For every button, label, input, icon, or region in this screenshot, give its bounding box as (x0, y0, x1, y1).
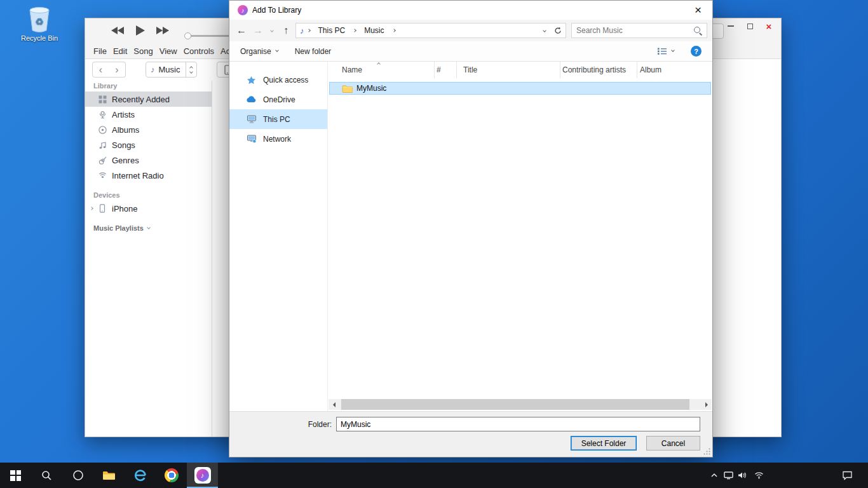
monitor-icon (724, 471, 733, 480)
tray-volume-icon[interactable] (738, 471, 747, 479)
select-folder-button[interactable]: Select Folder (571, 436, 637, 451)
breadcrumb-this-pc[interactable]: This PC (313, 24, 351, 37)
column-header-title[interactable]: Title (457, 62, 560, 78)
sidebar-item-artists[interactable]: Artists (85, 107, 212, 122)
maximize-button[interactable] (740, 20, 759, 32)
dialog-sidebar: Quick access OneDrive This PC (229, 62, 328, 411)
scroll-right-button[interactable] (701, 399, 712, 410)
column-header-album[interactable]: Album (637, 62, 712, 78)
cortana-button[interactable] (62, 463, 93, 488)
sidebar-item-label: This PC (263, 115, 290, 124)
taskbar-search-button[interactable] (31, 463, 62, 488)
search-box[interactable] (571, 23, 707, 38)
back-button[interactable]: ← (234, 23, 248, 38)
tray-display-icon[interactable] (724, 471, 733, 480)
address-dropdown-icon[interactable] (539, 29, 550, 32)
wifi-icon (754, 471, 764, 479)
start-button[interactable] (0, 463, 31, 488)
menu-controls[interactable]: Controls (184, 46, 214, 56)
iphone-icon (98, 204, 107, 213)
dialog-titlebar: ♪ Add To Library × (229, 1, 712, 20)
collapse-chevron-icon[interactable] (147, 226, 151, 229)
volume-knob[interactable] (184, 32, 191, 39)
refresh-button[interactable] (550, 24, 566, 37)
forward-button[interactable]: → (251, 23, 265, 38)
breadcrumb-chevron-icon[interactable] (350, 24, 359, 37)
itunes-sidebar: Library Recently Added Artists (85, 81, 212, 437)
new-folder-button[interactable]: New folder (295, 47, 331, 56)
sidebar-item-songs[interactable]: Songs (85, 137, 212, 152)
tray-network-icon[interactable] (754, 471, 764, 479)
column-header-number[interactable]: # (435, 62, 457, 78)
minimize-button[interactable] (721, 20, 740, 32)
menu-view[interactable]: View (159, 46, 177, 56)
fast-forward-button[interactable] (156, 26, 170, 37)
folder-name-input[interactable] (336, 417, 700, 431)
sidebar-item-label: OneDrive (263, 95, 295, 104)
sidebar-item-albums[interactable]: Albums (85, 122, 212, 137)
sidebar-item-label: Quick access (263, 76, 308, 85)
column-header-contributing-artists[interactable]: Contributing artists (560, 62, 637, 78)
itunes-back-button[interactable]: ‹ (92, 62, 109, 78)
cortana-icon (72, 470, 84, 481)
add-to-library-dialog: ♪ Add To Library × ← → ↑ ♪ This PC Music (229, 0, 713, 458)
breadcrumb-chevron-icon[interactable] (390, 24, 398, 37)
internet-explorer-button[interactable] (125, 463, 156, 488)
dialog-close-button[interactable]: × (684, 1, 712, 20)
help-button[interactable]: ? (691, 46, 702, 57)
music-playlists-heading[interactable]: Music Playlists (93, 224, 212, 232)
desktop: ♻ Recycle Bin File Edit Song (0, 0, 868, 488)
network-icon (246, 135, 257, 144)
scrollbar-thumb[interactable] (341, 399, 689, 410)
recycle-bin[interactable]: ♻ Recycle Bin (17, 5, 62, 42)
breadcrumb-chevron-icon[interactable] (304, 24, 313, 37)
play-button[interactable] (135, 25, 146, 38)
guitar-icon (98, 156, 107, 165)
horizontal-scrollbar[interactable] (329, 399, 712, 410)
recent-locations-dropdown[interactable] (268, 23, 276, 38)
sidebar-item-iphone[interactable]: iPhone (85, 201, 212, 216)
itunes-forward-button[interactable]: › (109, 62, 126, 78)
close-button[interactable]: × (759, 20, 778, 32)
sidebar-item-label: iPhone (112, 204, 137, 214)
scroll-left-button[interactable] (329, 399, 339, 410)
chevron-down-icon (671, 48, 675, 52)
media-picker[interactable]: ♪ Music (146, 62, 197, 78)
sidebar-item-onedrive[interactable]: OneDrive (229, 90, 327, 109)
expand-chevron-icon[interactable] (90, 207, 93, 210)
media-picker-stepper[interactable] (186, 62, 196, 77)
search-input[interactable] (576, 26, 693, 35)
media-picker-label: Music (159, 65, 180, 74)
sidebar-item-network[interactable]: Network (229, 129, 327, 149)
cancel-button[interactable]: Cancel (646, 436, 700, 451)
music-note-icon (98, 140, 107, 149)
resize-grip[interactable] (703, 447, 711, 456)
rewind-button[interactable] (111, 26, 125, 37)
menu-file[interactable]: File (93, 46, 107, 56)
breadcrumb-music[interactable]: Music (359, 24, 389, 37)
sidebar-item-quick-access[interactable]: Quick access (229, 70, 327, 90)
taskbar: ♪ (0, 463, 868, 488)
action-center-button[interactable] (842, 471, 853, 480)
file-row-mymusic[interactable]: MyMusic (329, 82, 711, 95)
chrome-button[interactable] (156, 463, 187, 488)
sidebar-item-internet-radio[interactable]: Internet Radio (85, 168, 212, 183)
sidebar-item-recently-added[interactable]: Recently Added (85, 92, 212, 107)
sidebar-item-label: Network (263, 135, 291, 144)
menu-edit[interactable]: Edit (113, 46, 127, 56)
sidebar-item-this-pc[interactable]: This PC (229, 109, 327, 129)
column-header-name[interactable]: Name (328, 62, 435, 78)
search-icon[interactable] (693, 26, 702, 35)
speaker-icon (738, 471, 747, 479)
organise-button[interactable]: Organise (240, 47, 278, 56)
transport-controls (111, 25, 170, 38)
menu-song[interactable]: Song (133, 46, 153, 56)
file-explorer-button[interactable] (93, 463, 125, 488)
view-mode-button[interactable] (657, 47, 674, 55)
sidebar-item-genres[interactable]: Genres (85, 152, 212, 168)
dialog-footer: Folder: Select Folder Cancel (229, 411, 712, 457)
address-bar[interactable]: ♪ This PC Music (295, 23, 566, 38)
hidden-icons-chevron[interactable] (710, 473, 718, 478)
itunes-taskbar-button[interactable]: ♪ (187, 463, 218, 488)
up-button[interactable]: ↑ (279, 23, 293, 38)
